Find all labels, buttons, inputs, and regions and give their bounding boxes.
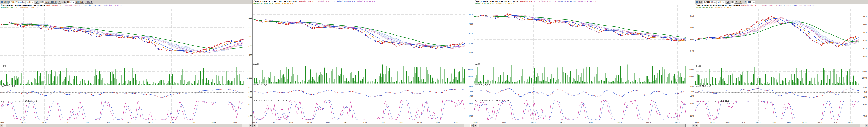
- price-axis: 9,6409,5609,4809,400: [686, 5, 695, 62]
- volume-pane: 出来高 40,00020,000: [474, 62, 695, 84]
- volume-chart-plot[interactable]: [695, 65, 859, 85]
- contract-select[interactable]: 13/06 ▼: [717, 1, 725, 4]
- interval-button[interactable]: 5分: [726, 1, 731, 4]
- stoch-chart-plot[interactable]: [0, 100, 244, 121]
- scroll-left-button[interactable]: ◀: [474, 124, 477, 127]
- macd-chart-plot[interactable]: [474, 84, 686, 99]
- price-pane: 9,6309,6009,5709,5409,5109,480: [695, 8, 868, 65]
- scroll-left-button[interactable]: ◀: [695, 124, 698, 127]
- axis-label: 0.00: [691, 90, 694, 92]
- chart-title: 日経225(5min) 13/06, 2012/04/20 - 2012/04/…: [1, 4, 45, 6]
- axis-label: 9,550: [469, 33, 473, 35]
- horizontal-scrollbar[interactable]: ◀ ▶: [474, 124, 695, 127]
- volume-axis: 20,00010,000: [859, 65, 868, 85]
- macd-chart-plot[interactable]: [0, 85, 244, 99]
- interval-button[interactable]: 10分: [44, 1, 50, 4]
- axis-label: 9,630: [863, 16, 867, 17]
- axis-label: 9,640: [690, 15, 694, 17]
- price-canvas: [474, 5, 686, 62]
- stoch-pane: スロー・ストキャスティクス( 14, 3, 66, 20 ) 80.0020.0…: [474, 99, 695, 121]
- macd-chart-plot[interactable]: [253, 84, 465, 99]
- time-label: 04/23: [148, 122, 152, 123]
- interval-button[interactable]: 日: [731, 1, 734, 4]
- axis-label: 80.00: [863, 103, 867, 105]
- indicator-button[interactable]: 指標設定: [85, 1, 93, 4]
- time-label: 16:00: [289, 122, 293, 123]
- compare-button[interactable]: 銘柄比較: [75, 1, 84, 4]
- interval-button[interactable]: 月: [738, 1, 742, 4]
- macd-axis: 50.000.00-50.00: [686, 84, 695, 99]
- scroll-right-button[interactable]: ▶: [691, 124, 695, 127]
- axis-label: 9,540: [863, 40, 867, 41]
- trading-charts-app: 銘柄 日経225先物mini ▼ 13/06 ▼ 1分5分10分日週月 本数 5…: [0, 0, 868, 127]
- horizontal-scrollbar[interactable]: ◀ ▶: [253, 124, 474, 127]
- time-label: 04/18: [725, 122, 730, 123]
- macd-axis: 50.000.00-50.00: [859, 85, 868, 99]
- scroll-left-button[interactable]: ◀: [253, 124, 256, 127]
- time-label: 09:20: [233, 122, 237, 123]
- time-label: 20:00: [307, 122, 312, 123]
- chart-panel-1: 銘柄 日経225先物mini ▼ 13/06 ▼ 1分5分10分日週月 本数 5…: [0, 0, 253, 127]
- macd-pane: MACD( 12, 26, 9 ) 50.000.00-50.00: [0, 85, 252, 99]
- interval-button[interactable]: 週: [54, 1, 58, 4]
- interval-button[interactable]: 5分: [40, 1, 44, 4]
- volume-chart-plot[interactable]: [253, 63, 465, 84]
- scrollbar-track[interactable]: [477, 124, 691, 127]
- price-chart-plot[interactable]: [253, 5, 465, 62]
- time-label: 04/20: [589, 122, 593, 123]
- interval-button[interactable]: 月: [58, 1, 61, 4]
- scrollbar-track[interactable]: [256, 124, 470, 127]
- horizontal-scrollbar[interactable]: ◀ ▶: [695, 124, 868, 127]
- stoch-chart-plot[interactable]: [253, 99, 465, 121]
- scroll-right-button[interactable]: ▶: [865, 124, 868, 127]
- volume-pane: 出来高 20,00010,000: [695, 65, 868, 85]
- interval-button[interactable]: 週: [735, 1, 738, 4]
- scroll-left-button[interactable]: ◀: [0, 124, 3, 127]
- scrollbar-track[interactable]: [698, 124, 865, 127]
- axis-label: 10,000: [468, 76, 473, 77]
- time-label: 04/24: [436, 122, 440, 123]
- time-label: 23:00: [106, 122, 110, 123]
- scroll-right-button[interactable]: ▶: [249, 124, 252, 127]
- time-label: 04/24: [848, 122, 852, 123]
- contract-select[interactable]: 13/06 ▼: [26, 1, 34, 4]
- chart-panel-4: 銘柄 日経225先物 ▼ 13/06 ▼ 5分日週月 本数 500本 ▼ 日経2…: [695, 0, 868, 127]
- macd-label: MACD( 12, 26, 9 ): [1, 85, 16, 87]
- volume-label: 出来高: [1, 65, 6, 68]
- scrollbar-track[interactable]: [3, 124, 249, 127]
- price-chart-plot[interactable]: [695, 9, 859, 65]
- symbol-select[interactable]: 日経225先物mini ▼: [8, 1, 25, 4]
- horizontal-scrollbar[interactable]: ◀ ▶: [0, 124, 252, 127]
- volume-canvas: [0, 65, 244, 85]
- time-label: 04/24: [212, 122, 216, 123]
- stoch-chart-plot[interactable]: [474, 99, 686, 121]
- volume-chart-plot[interactable]: [474, 63, 686, 84]
- price-chart-plot[interactable]: [0, 9, 244, 65]
- interval-button[interactable]: 日: [50, 1, 54, 4]
- scrollbar-thumb[interactable]: [258, 124, 464, 127]
- stoch-axis: 80.0020.00: [465, 99, 474, 121]
- interval-button[interactable]: 1分: [35, 1, 39, 4]
- legend-item: 移動平均(Close, 9): [299, 0, 314, 2]
- symbol-select[interactable]: 日経225先物 ▼: [703, 1, 716, 4]
- volume-label: 出来高: [696, 65, 701, 68]
- stoch-chart-plot[interactable]: [695, 100, 859, 121]
- legend-row: 日経225(5min) 13/06, 2012/04/20 - 2012/04/…: [1, 4, 252, 6]
- axis-label: 20,000: [862, 71, 867, 72]
- macd-axis: 50.000.00-50.00: [244, 85, 252, 99]
- chart-panel-3: 日経225(5min) 15:02, 2012/04/16 - 2012/04/…: [474, 0, 695, 127]
- legend-row: 移動平均(Close, 150)移動平均TC(Close, 25): [1, 6, 252, 8]
- scrollbar-thumb[interactable]: [479, 124, 685, 127]
- scrollbar-thumb[interactable]: [700, 124, 860, 127]
- count-select[interactable]: 500本 ▼: [67, 1, 75, 4]
- axis-label: 10,000: [862, 77, 867, 79]
- scrollbar-thumb[interactable]: [6, 124, 242, 127]
- price-chart-plot[interactable]: [474, 5, 686, 62]
- count-select[interactable]: 500本 ▼: [747, 1, 755, 4]
- macd-chart-plot[interactable]: [695, 85, 859, 99]
- axis-label: 50.00: [248, 87, 252, 88]
- volume-chart-plot[interactable]: [0, 65, 244, 85]
- scroll-right-button[interactable]: ▶: [470, 124, 474, 127]
- legend-item: 移動平均(Close, 5): [46, 4, 62, 6]
- volume-axis: 40,00020,000: [686, 63, 695, 84]
